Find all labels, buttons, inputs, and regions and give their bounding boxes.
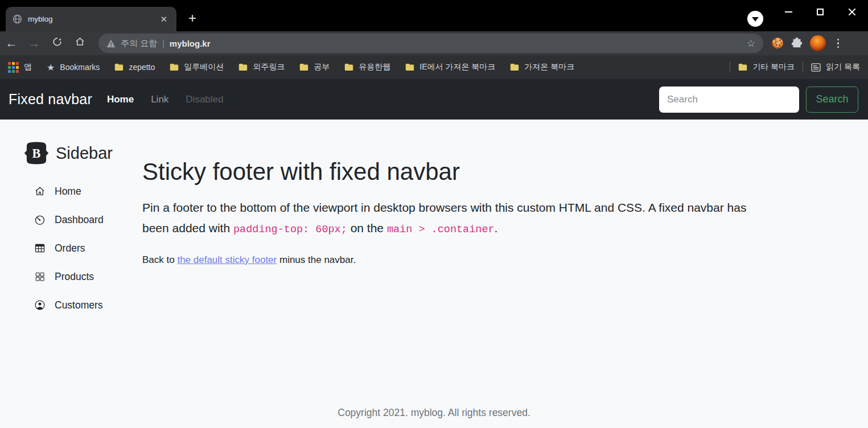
folder-label: 공부 [314,62,330,72]
folder-icon [344,63,353,71]
other-bookmarks-folder[interactable]: 기타 북마크 [738,62,795,72]
sidebar-nav: Home Dashboard [23,177,142,319]
sidebar-item-dashboard[interactable]: Dashboard [23,205,142,234]
reload-button[interactable] [46,36,68,50]
sidebar-item-label: Home [55,186,81,197]
bootstrap-logo-icon: B [23,139,50,167]
browser-window: myblog ✕ + ← → [0,0,868,428]
sidebar-item-label: Orders [55,242,85,254]
bookmark-folder-useful-web[interactable]: 유용한웹 [344,62,390,72]
close-icon [848,8,856,16]
table-icon [34,242,46,254]
nav-link-home[interactable]: Home [107,94,134,105]
back-paragraph: Back to the default sticky footer minus … [142,254,845,266]
back-button[interactable]: ← [0,36,23,50]
other-bookmarks-label: 기타 북마크 [752,62,795,72]
lead-text: on the [347,221,387,234]
extensions-puzzle-icon[interactable] [791,37,803,50]
folder-label: 외주링크 [253,62,285,72]
bookmark-folder-outsourcing[interactable]: 외주링크 [238,62,285,72]
grid-icon [34,271,46,282]
sidebar-item-label: Customers [55,299,103,311]
profile-avatar[interactable] [810,35,826,51]
reload-icon [52,36,63,47]
home-button[interactable] [68,36,91,50]
person-circle-icon [34,299,46,311]
sidebar-item-customers[interactable]: Customers [23,291,142,319]
navbar-links: Home Link Disabled [107,94,224,105]
sidebar-item-products[interactable]: Products [23,262,142,291]
site-navbar: Fixed navbar Home Link Disabled Search [0,79,868,120]
browser-toolbar: ← → 주의 요함 | myblog.kr ☆ 🍪 [0,31,868,55]
maximize-button[interactable] [804,0,836,24]
media-control-button[interactable] [747,11,763,27]
speedometer-icon [34,214,46,225]
tab-title: myblog [28,15,158,23]
reading-list-button[interactable]: 읽기 목록 [811,62,860,72]
bookmarks-divider [803,62,803,72]
folder-label: 가져온 북마크 [524,62,574,72]
bookmark-item-bookmarks[interactable]: ★ Bookmarks [47,62,100,73]
url-separator: | [162,39,164,48]
apps-grid-icon [8,62,19,73]
browser-menu-button[interactable] [833,39,843,48]
warning-icon [106,39,116,48]
back-text: minus the navbar. [277,254,356,265]
sidebar: B Sidebar Home [0,120,142,407]
security-status-text[interactable]: 주의 요함 [121,38,157,49]
sidebar-header[interactable]: B Sidebar [23,139,142,167]
house-icon [34,186,46,197]
bookmark-folder-imported[interactable]: 가져온 북마크 [510,62,574,72]
window-controls [772,0,868,24]
tab-close-icon[interactable]: ✕ [158,13,170,26]
folder-icon [299,63,308,71]
close-button[interactable] [836,0,868,24]
main-content: Sticky footer with fixed navbar Pin a fo… [142,120,868,407]
reading-list-label: 읽기 목록 [826,62,860,72]
forward-button[interactable]: → [23,36,46,50]
browser-tab[interactable]: myblog ✕ [6,7,176,31]
folder-label: zepetto [129,63,155,72]
sidebar-item-label: Products [55,271,94,283]
sidebar-item-orders[interactable]: Orders [23,234,142,262]
bookmark-star-icon[interactable]: ☆ [747,38,755,50]
sidebar-title: Sidebar [56,144,113,163]
folder-label: 유용한웹 [359,62,390,72]
folder-icon [170,63,179,71]
search-input[interactable] [659,87,799,113]
reading-list-icon [811,63,821,72]
bookmark-folder-ie-imported[interactable]: IE에서 가져온 북마크 [405,62,495,72]
navbar-brand[interactable]: Fixed navbar [9,91,92,108]
svg-text:B: B [32,146,41,160]
bookmark-label: Bookmarks [60,63,100,72]
nav-link-link[interactable]: Link [151,94,168,105]
minimize-icon [785,11,792,13]
minimize-button[interactable] [772,0,804,24]
folder-label: IE에서 가져온 북마크 [419,62,495,72]
url-text[interactable]: myblog.kr [170,39,747,48]
star-icon: ★ [47,62,55,73]
bookmark-folder-illuvation[interactable]: 일루베이션 [170,62,224,72]
folder-label: 일루베이션 [184,62,224,72]
bookmarks-divider [730,62,730,72]
tab-strip: myblog ✕ + [0,0,868,31]
new-tab-button[interactable]: + [184,11,200,27]
nav-link-disabled[interactable]: Disabled [186,94,223,105]
apps-label: 앱 [24,62,32,72]
copyright-text: Copyright 2021. myblog. All rights reser… [338,407,530,418]
bookmark-folder-study[interactable]: 공부 [299,62,330,72]
bookmark-folder-zepetto[interactable]: zepetto [114,63,155,72]
bookmarks-bar: 앱 ★ Bookmarks zepetto 일루베이션 외주링크 공부 유용한웹 [0,55,868,79]
cookie-extension-icon[interactable]: 🍪 [771,37,784,50]
home-icon [75,36,85,47]
folder-icon [238,63,248,71]
default-sticky-footer-link[interactable]: the default sticky footer [177,254,277,265]
folder-icon [405,63,414,71]
folder-icon [738,63,747,71]
apps-shortcut[interactable]: 앱 [8,62,32,73]
sidebar-item-home[interactable]: Home [23,177,142,205]
address-bar[interactable]: 주의 요함 | myblog.kr ☆ [98,34,763,53]
folder-icon [510,63,519,71]
caret-down-icon [752,17,759,22]
search-button[interactable]: Search [806,87,858,113]
